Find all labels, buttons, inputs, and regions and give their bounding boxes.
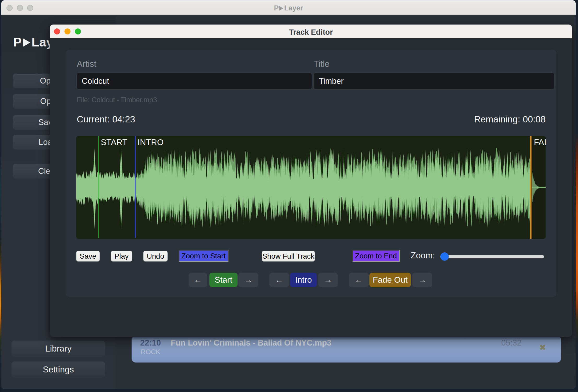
svg-text:INTRO: INTRO <box>138 138 164 147</box>
svg-text:FADE OUT: FADE OUT <box>534 138 546 147</box>
svg-text:START: START <box>101 138 127 147</box>
